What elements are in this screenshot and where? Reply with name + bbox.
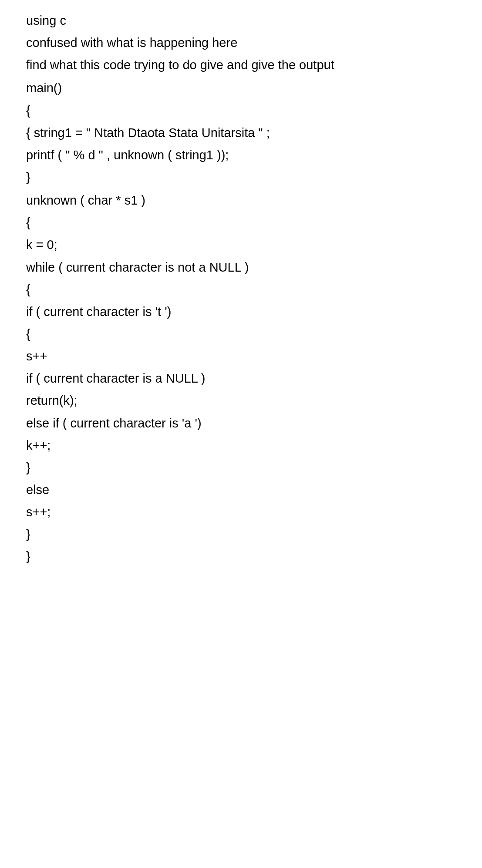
- code-line: {: [26, 326, 456, 343]
- code-line: if ( current character is a NULL ): [26, 370, 456, 387]
- text-line: find what this code trying to do give an…: [26, 57, 456, 74]
- code-line: s++;: [26, 504, 456, 521]
- code-line: else if ( current character is 'a '): [26, 415, 456, 432]
- code-line: unknown ( char * s1 ): [26, 192, 456, 209]
- code-line: printf ( " % d " , unknown ( string1 ));: [26, 147, 456, 164]
- code-line: }: [26, 548, 456, 565]
- code-line: {: [26, 102, 456, 119]
- code-line: while ( current character is not a NULL …: [26, 259, 456, 276]
- code-line: { string1 = " Ntath Dtaota Stata Unitars…: [26, 124, 456, 141]
- code-line: main(): [26, 80, 456, 97]
- code-line: }: [26, 169, 456, 186]
- code-line: {: [26, 214, 456, 231]
- code-line: }: [26, 459, 456, 476]
- code-line: else: [26, 481, 456, 498]
- text-line: confused with what is happening here: [26, 34, 456, 51]
- text-line: using c: [26, 12, 456, 29]
- code-line: return(k);: [26, 392, 456, 409]
- code-line: k = 0;: [26, 236, 456, 253]
- code-line: {: [26, 281, 456, 298]
- code-line: k++;: [26, 437, 456, 454]
- code-line: s++: [26, 348, 456, 365]
- code-line: }: [26, 526, 456, 543]
- code-line: if ( current character is 't '): [26, 303, 456, 320]
